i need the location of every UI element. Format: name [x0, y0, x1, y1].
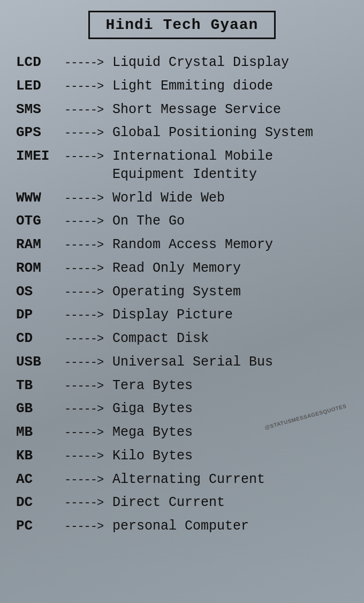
arrow-icon: -----> [64, 332, 112, 346]
arrow-icon: -----> [64, 473, 112, 487]
definition-text: Light Emmiting diode [112, 77, 348, 95]
list-item: KB----->Kilo Bytes [16, 444, 348, 468]
list-item: PC----->personal Computer [16, 515, 348, 538]
arrow-icon: -----> [64, 286, 112, 299]
definition-text: International MobileEquipment Identity [112, 147, 348, 184]
abbreviation: DC [16, 494, 64, 510]
abbreviation: SMS [16, 101, 64, 117]
arrow-icon: -----> [64, 126, 112, 140]
abbreviation: TB [16, 377, 64, 393]
list-item: CD----->Compact Disk [16, 327, 348, 351]
abbreviation: OTG [16, 213, 64, 229]
list-item: SMS----->Short Message Service [16, 98, 348, 122]
abbreviation: OS [16, 284, 64, 300]
abbreviation: MB [16, 424, 64, 440]
arrow-icon: -----> [64, 215, 112, 228]
arrow-icon: -----> [64, 356, 112, 369]
list-item: LCD----->Liquid Crystal Display [16, 51, 348, 75]
list-item: GPS----->Global Positioning System [16, 121, 348, 145]
list-item: IMEI----->International MobileEquipment … [16, 145, 348, 187]
definition-text: World Wide Web [112, 189, 348, 207]
list-item: AC----->Alternating Current [16, 468, 348, 492]
list-item: OTG----->On The Go [16, 210, 348, 233]
definition-text: Operating System [112, 283, 348, 301]
list-item: RAM----->Random Access Memory [16, 233, 348, 257]
definition-text: Mega Bytes [112, 423, 348, 442]
abbreviation: PC [16, 518, 64, 534]
list-item: LED----->Light Emmiting diode [16, 75, 348, 98]
abbreviation: ROM [16, 260, 64, 276]
list-item: OS----->Operating System [16, 280, 348, 304]
arrow-icon: -----> [64, 192, 112, 205]
definition-text: Global Positioning System [112, 124, 348, 142]
definition-text: Random Access Memory [112, 236, 348, 254]
abbreviation: IMEI [16, 148, 64, 164]
abbreviation: GB [16, 400, 64, 416]
arrow-icon: -----> [64, 520, 112, 533]
arrow-icon: -----> [64, 103, 112, 117]
list-item: WWW----->World Wide Web [16, 187, 348, 210]
arrow-icon: -----> [64, 379, 112, 393]
abbreviation: DP [16, 307, 64, 323]
definition-text: Kilo Bytes [112, 447, 348, 465]
definition-text: personal Computer [112, 517, 348, 535]
abbreviation: CD [16, 330, 64, 346]
list-item: TB----->Tera Bytes [16, 374, 348, 398]
arrow-icon: -----> [64, 80, 112, 93]
definition-text: Direct Current [112, 494, 348, 512]
list-item: USB----->Universal Serial Bus [16, 351, 348, 374]
abbreviation: KB [16, 448, 64, 464]
arrow-icon: -----> [64, 403, 112, 416]
abbreviation: USB [16, 354, 64, 370]
list-item: MB----->Mega Bytes [16, 421, 348, 444]
list-item: ROM----->Read Only Memory [16, 257, 348, 280]
list-item: DP----->Display Picture [16, 303, 348, 327]
definition-text: Short Message Service [112, 101, 348, 119]
arrow-icon: -----> [64, 262, 112, 276]
list-item: GB----->Giga Bytes@STATUSMESSAGESQUOTES [16, 397, 348, 421]
arrow-icon: -----> [64, 239, 112, 252]
definition-text: Compact Disk [112, 330, 348, 348]
definition-text: Tera Bytes [112, 377, 348, 395]
abbreviation: RAM [16, 236, 64, 252]
arrow-icon: -----> [64, 450, 112, 463]
abbreviation: GPS [16, 124, 64, 140]
definition-text: Universal Serial Bus [112, 353, 348, 371]
definition-text: Liquid Crystal Display [112, 54, 348, 72]
definition-text: Display Picture [112, 306, 348, 324]
abbreviation: LED [16, 78, 64, 94]
acronym-list: LCD----->Liquid Crystal DisplayLED----->… [16, 51, 348, 538]
page-title: Hindi Tech Gyaan [106, 17, 259, 33]
definition-text: Read Only Memory [112, 259, 348, 278]
abbreviation: WWW [16, 190, 64, 206]
title-box: Hindi Tech Gyaan [88, 11, 276, 39]
abbreviation: AC [16, 471, 64, 487]
arrow-icon: -----> [64, 309, 112, 322]
arrow-icon: -----> [64, 56, 112, 70]
definition-text: Alternating Current [112, 471, 348, 489]
arrow-icon: -----> [64, 150, 112, 163]
arrow-icon: -----> [64, 426, 112, 440]
abbreviation: LCD [16, 54, 64, 70]
definition-text: On The Go [112, 212, 348, 230]
list-item: DC----->Direct Current [16, 491, 348, 515]
arrow-icon: -----> [64, 496, 112, 510]
